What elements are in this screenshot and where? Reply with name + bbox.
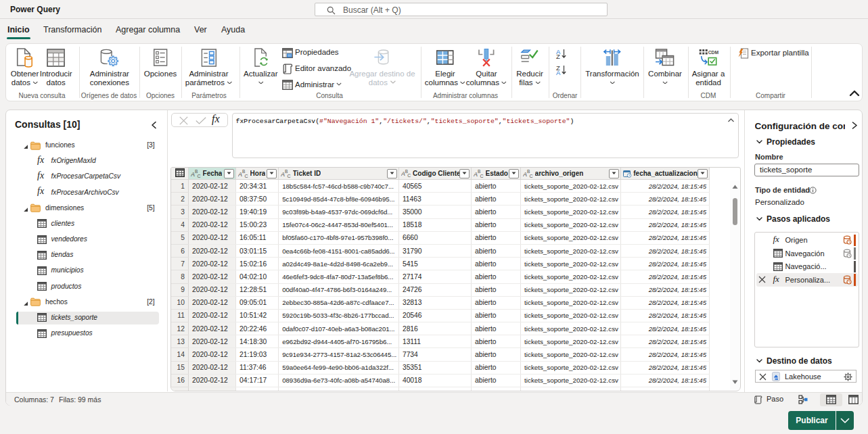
svg-text:C: C bbox=[530, 174, 533, 178]
svg-text:C: C bbox=[198, 174, 201, 178]
svg-text:C: C bbox=[245, 174, 248, 178]
svg-text:C: C bbox=[480, 174, 484, 178]
svg-text:CDM: CDM bbox=[708, 50, 719, 55]
svg-text:Z: Z bbox=[556, 53, 560, 59]
svg-text:C: C bbox=[407, 173, 411, 178]
svg-text:A: A bbox=[556, 69, 561, 75]
svg-text:C: C bbox=[288, 174, 291, 178]
